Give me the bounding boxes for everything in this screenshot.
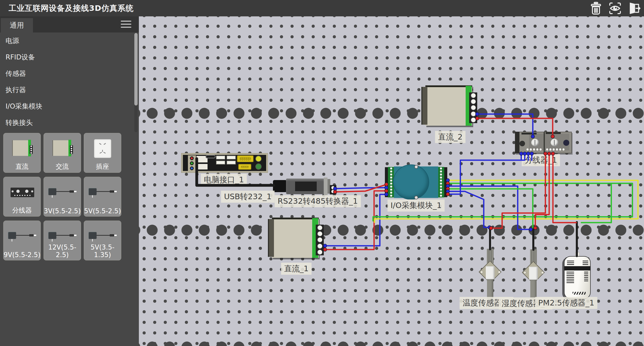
terminal-block[interactable] — [330, 185, 336, 194]
device-io-module[interactable] — [385, 166, 447, 198]
ac-supply-thumb-icon — [52, 140, 72, 156]
tile-ac[interactable]: 交流 — [44, 133, 81, 173]
sidebar-item-adapter[interactable]: 转换接头 — [0, 114, 135, 131]
serial-port[interactable] — [237, 155, 254, 162]
device-label: 直流_1 — [281, 263, 311, 275]
sidebar-item-power[interactable]: 电源 — [0, 32, 135, 49]
sidebar-item-rfid[interactable]: RFID设备 — [0, 49, 135, 65]
adapter-thumb-icon — [89, 232, 118, 240]
audio-jacks — [188, 155, 196, 171]
sidebar-item-actuator[interactable]: 执行器 — [0, 82, 135, 98]
sidebar-scrollbar[interactable] — [134, 33, 138, 132]
socket-thumb-icon — [94, 139, 111, 158]
tile-socket[interactable]: 插座 — [84, 133, 121, 173]
scrollbar-thumb[interactable] — [134, 33, 138, 106]
topbar-actions — [588, 1, 642, 15]
sidebar-item-io-module[interactable]: I/O采集模块 — [0, 98, 135, 114]
device-usb-serial-converter[interactable] — [273, 178, 338, 196]
terminal-row[interactable] — [546, 148, 565, 151]
exit-icon[interactable] — [626, 1, 642, 15]
simulation-canvas[interactable]: 直流_2 电脑接口_1 USB转232_1 RS232转485转换器_1 I/O… — [139, 16, 644, 346]
tile-5v-adapter[interactable]: 5V(5.5-2.5) — [84, 177, 121, 217]
device-temperature-sensor[interactable] — [479, 228, 501, 301]
terminal-row[interactable] — [526, 148, 543, 151]
device-humidity-sensor[interactable] — [522, 228, 545, 301]
usb-port[interactable] — [216, 156, 225, 159]
serial-port[interactable] — [238, 164, 251, 170]
category-menu: 电源 RFID设备 传感器 执行器 I/O采集模块 转换接头 — [0, 32, 135, 131]
device-dc-power-2[interactable] — [421, 84, 477, 128]
sidebar-item-sensor[interactable]: 传感器 — [0, 65, 135, 82]
app-title: 工业互联网设备及接线3D仿真系统 — [9, 3, 134, 14]
terminal-block[interactable] — [316, 225, 324, 255]
device-dc-power-1[interactable] — [268, 217, 324, 260]
tab-general[interactable]: 通用 — [1, 18, 33, 32]
terminal-strip[interactable] — [438, 167, 444, 197]
dc-supply-thumb-icon — [12, 140, 32, 156]
device-splitter[interactable] — [515, 132, 572, 153]
device-label: PM2.5传感器_1 — [535, 297, 597, 309]
ps2-port[interactable] — [255, 156, 262, 162]
device-label: I/O采集模块_1 — [387, 199, 445, 212]
top-bar: 工业互联网设备及接线3D仿真系统 — [0, 0, 644, 16]
usb-port[interactable] — [227, 161, 236, 164]
usb-port[interactable] — [227, 156, 236, 159]
adapter-thumb-icon — [8, 232, 37, 240]
device-label: 电脑接口_1 — [201, 174, 247, 186]
terminal-block[interactable] — [469, 92, 477, 123]
adapter-thumb-icon — [48, 188, 77, 197]
device-label: USB转232_1 — [221, 191, 274, 203]
ps2-port[interactable] — [255, 163, 262, 170]
adapter-thumb-icon — [48, 232, 77, 240]
menu-icon[interactable] — [121, 21, 131, 28]
device-label: 直流_2 — [435, 131, 465, 143]
device-pm25-sensor[interactable] — [564, 255, 591, 299]
tile-12v-adapter[interactable]: 12V(5.5-2.5) — [44, 221, 81, 260]
device-label: 分线器_1 — [522, 154, 560, 166]
tile-3v-adapter[interactable]: 3V(5.5-2.5) — [44, 177, 81, 217]
tile-dc[interactable]: 直流 — [3, 133, 41, 173]
tile-9v-adapter[interactable]: 9V(5.5-2.5) — [3, 221, 41, 260]
tile-splitter[interactable]: 分线器 — [3, 177, 41, 217]
adapter-thumb-icon — [89, 188, 118, 197]
splitter-thumb-icon — [11, 188, 34, 197]
sidebar-tabstrip: 通用 — [0, 16, 139, 32]
view-icon[interactable] — [607, 1, 623, 15]
usb-port[interactable] — [216, 161, 225, 164]
tile-5v-small-adapter[interactable]: 5V(3.5-1.35) — [84, 221, 121, 260]
trash-icon[interactable] — [588, 1, 604, 15]
device-pc-interface[interactable] — [181, 153, 268, 173]
component-sidebar: 通用 电源 RFID设备 传感器 执行器 I/O采集模块 转换接头 直流 交流 … — [0, 16, 139, 346]
device-label: RS232转485转换器_1 — [275, 195, 361, 207]
